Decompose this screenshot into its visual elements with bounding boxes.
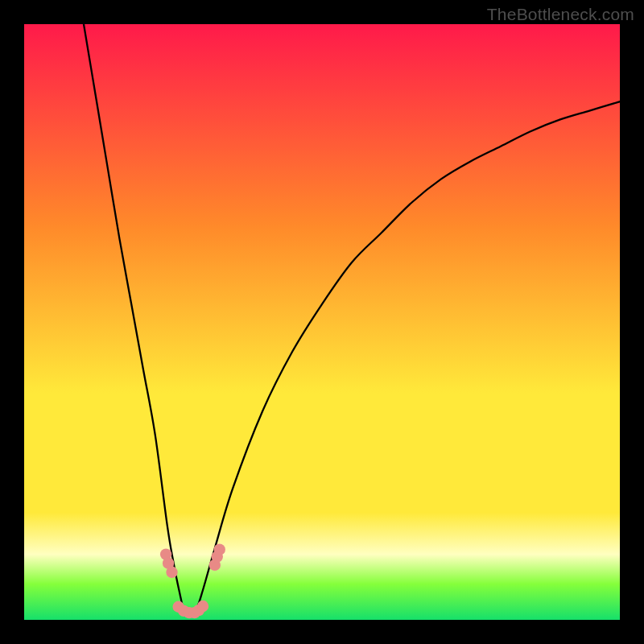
chart-frame: TheBottleneck.com bbox=[0, 0, 644, 644]
heat-gradient bbox=[24, 24, 620, 620]
watermark-label: TheBottleneck.com bbox=[487, 5, 634, 24]
plot-area bbox=[24, 24, 620, 620]
svg-rect-0 bbox=[24, 24, 620, 620]
